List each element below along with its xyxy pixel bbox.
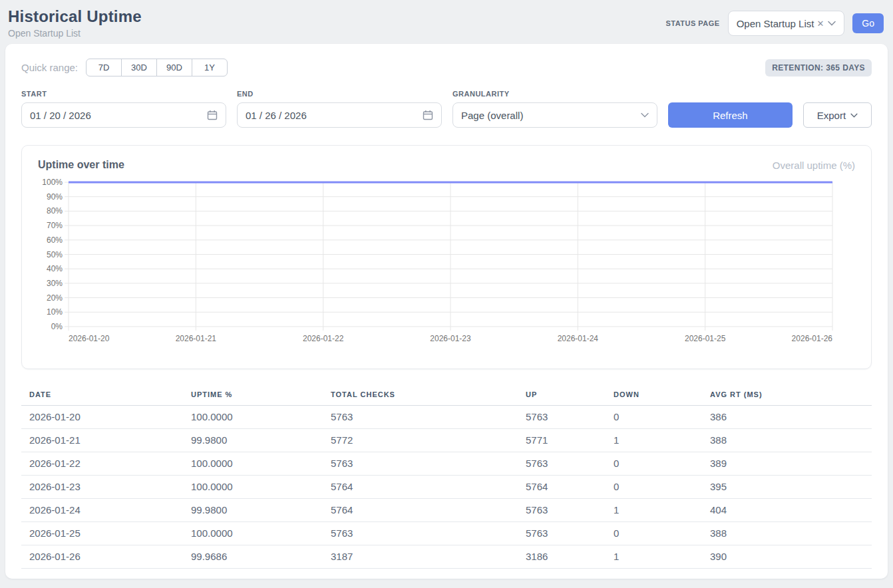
table-cell: 3187 <box>323 545 518 569</box>
retention-badge: RETENTION: 365 DAYS <box>765 59 872 76</box>
table-cell: 5772 <box>323 429 518 452</box>
refresh-button[interactable]: Refresh <box>668 102 793 128</box>
table-cell: 0 <box>606 522 702 545</box>
table-cell: 1 <box>606 429 702 452</box>
table-cell: 5763 <box>518 406 606 429</box>
x-axis-tick-label: 2026-01-21 <box>176 334 217 343</box>
uptime-line-chart: 0%10%20%30%40%50%60%70%80%90%100%2026-01… <box>38 176 855 351</box>
start-date-field: START 01 / 20 / 2026 <box>21 90 226 128</box>
table-cell: 1 <box>606 499 702 522</box>
x-axis-tick-label: 2026-01-20 <box>69 334 110 343</box>
table-cell: 2026-01-26 <box>21 545 183 569</box>
table-cell: 395 <box>702 476 872 499</box>
y-axis-tick-label: 60% <box>47 235 63 245</box>
table-cell: 388 <box>702 522 872 545</box>
end-date-input[interactable]: 01 / 26 / 2026 <box>237 102 442 128</box>
x-axis-tick-label: 2026-01-23 <box>430 334 471 343</box>
quick-range-30d[interactable]: 30D <box>121 59 157 76</box>
uptime-table: DATEUPTIME %TOTAL CHECKSUPDOWNAVG RT (MS… <box>21 385 872 569</box>
export-button[interactable]: Export <box>803 102 872 128</box>
start-date-value: 01 / 20 / 2026 <box>30 110 91 121</box>
granularity-value: Page (overall) <box>461 110 523 121</box>
table-row: 2026-01-20100.0000576357630386 <box>21 406 872 429</box>
column-header: TOTAL CHECKS <box>323 385 518 406</box>
quick-range-group: Quick range: 7D30D90D1Y <box>21 59 228 76</box>
column-header: AVG RT (MS) <box>702 385 872 406</box>
table-cell: 5763 <box>323 522 518 545</box>
clear-selection-icon[interactable]: ✕ <box>816 19 824 29</box>
main-panel: Quick range: 7D30D90D1Y RETENTION: 365 D… <box>5 44 888 579</box>
status-page-select[interactable]: Open Startup List ✕ <box>728 11 845 36</box>
uptime-chart-card: Uptime over time Overall uptime (%) 0%10… <box>21 145 872 369</box>
table-row: 2026-01-2699.9686318731861390 <box>21 545 872 569</box>
quick-range-1y[interactable]: 1Y <box>192 59 228 76</box>
column-header: UPTIME % <box>183 385 323 406</box>
go-button[interactable]: Go <box>852 13 884 33</box>
y-axis-tick-label: 40% <box>47 264 63 273</box>
y-axis-tick-label: 0% <box>51 322 63 331</box>
top-header: Historical Uptime Open Startup List STAT… <box>0 0 893 44</box>
chevron-down-icon <box>828 21 836 26</box>
header-controls: STATUS PAGE Open Startup List ✕ Go <box>665 11 884 36</box>
y-axis-tick-label: 90% <box>47 192 63 202</box>
y-axis-tick-label: 100% <box>42 178 63 187</box>
table-cell: 100.0000 <box>183 476 323 499</box>
page-title: Historical Uptime <box>8 7 142 26</box>
status-page-label: STATUS PAGE <box>665 19 719 27</box>
x-axis-tick-label: 2026-01-26 <box>792 334 833 343</box>
table-body: 2026-01-20100.00005763576303862026-01-21… <box>21 406 872 569</box>
table-cell: 5771 <box>518 429 606 452</box>
table-row: 2026-01-22100.0000576357630389 <box>21 452 872 476</box>
table-cell: 386 <box>702 406 872 429</box>
column-header: DOWN <box>606 385 702 406</box>
table-cell: 404 <box>702 499 872 522</box>
granularity-select[interactable]: Page (overall) <box>452 102 657 128</box>
table-row: 2026-01-2499.9800576457631404 <box>21 499 872 522</box>
granularity-label: GRANULARITY <box>452 90 657 98</box>
table-cell: 2026-01-23 <box>21 476 183 499</box>
chart-title: Uptime over time <box>38 159 124 171</box>
table-cell: 390 <box>702 545 872 569</box>
table-cell: 99.9800 <box>183 499 323 522</box>
x-axis-tick-label: 2026-01-25 <box>685 334 726 343</box>
table-cell: 5763 <box>518 452 606 476</box>
y-axis-tick-label: 80% <box>47 206 63 216</box>
chevron-down-icon <box>850 113 858 118</box>
chart-legend: Overall uptime (%) <box>773 160 855 171</box>
table-cell: 99.9686 <box>183 545 323 569</box>
chart-header: Uptime over time Overall uptime (%) <box>38 159 855 171</box>
title-block: Historical Uptime Open Startup List <box>8 7 142 39</box>
quick-range-90d[interactable]: 90D <box>156 59 192 76</box>
table-cell: 5764 <box>323 499 518 522</box>
granularity-field: GRANULARITY Page (overall) <box>452 90 657 128</box>
table-cell: 2026-01-25 <box>21 522 183 545</box>
table-cell: 3186 <box>518 545 606 569</box>
quick-range-7d[interactable]: 7D <box>86 59 122 76</box>
table-cell: 2026-01-22 <box>21 452 183 476</box>
page-subtitle: Open Startup List <box>8 28 142 39</box>
x-axis-tick-label: 2026-01-24 <box>558 334 599 343</box>
column-header: DATE <box>21 385 183 406</box>
filter-row: START 01 / 20 / 2026 END 01 / 26 / 2026 … <box>21 90 872 128</box>
y-axis-tick-label: 30% <box>47 279 63 288</box>
table-cell: 1 <box>606 545 702 569</box>
table-cell: 0 <box>606 452 702 476</box>
y-axis-tick-label: 10% <box>47 307 63 317</box>
calendar-icon[interactable] <box>207 110 218 120</box>
table-cell: 5763 <box>518 522 606 545</box>
table-row: 2026-01-23100.0000576457640395 <box>21 476 872 499</box>
table-cell: 5763 <box>323 452 518 476</box>
end-date-value: 01 / 26 / 2026 <box>246 110 307 121</box>
table-cell: 99.9800 <box>183 429 323 452</box>
table-header-row: DATEUPTIME %TOTAL CHECKSUPDOWNAVG RT (MS… <box>21 385 872 406</box>
status-page-selected-value: Open Startup List <box>737 18 814 29</box>
table-cell: 5764 <box>518 476 606 499</box>
table-cell: 0 <box>606 406 702 429</box>
calendar-icon[interactable] <box>423 110 433 120</box>
column-header: UP <box>518 385 606 406</box>
table-cell: 2026-01-20 <box>21 406 183 429</box>
table-cell: 100.0000 <box>183 522 323 545</box>
table-cell: 2026-01-24 <box>21 499 183 522</box>
start-date-input[interactable]: 01 / 20 / 2026 <box>21 102 226 128</box>
table-cell: 2026-01-21 <box>21 429 183 452</box>
